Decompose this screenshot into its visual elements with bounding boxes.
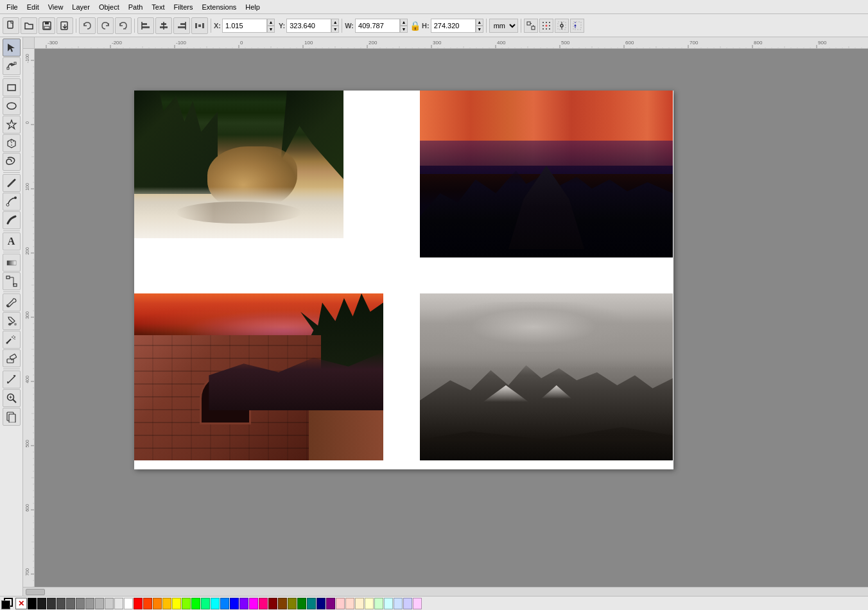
- align-left-button[interactable]: [137, 17, 154, 34]
- color-swatch[interactable]: [211, 598, 220, 609]
- h-down-arrow[interactable]: ▼: [476, 26, 483, 33]
- color-swatch[interactable]: [413, 598, 422, 609]
- no-color-swatch[interactable]: ✕: [15, 598, 27, 609]
- color-swatch[interactable]: [220, 598, 229, 609]
- horizontal-scrollbar[interactable]: [23, 587, 868, 596]
- color-swatch[interactable]: [374, 598, 383, 609]
- color-swatch[interactable]: [326, 598, 335, 609]
- measure-tool-button[interactable]: [3, 370, 21, 388]
- x-input[interactable]: [222, 19, 267, 33]
- menu-object[interactable]: Object: [95, 2, 123, 12]
- h-up-arrow[interactable]: ▲: [476, 19, 483, 26]
- pages-tool-button[interactable]: [3, 408, 21, 426]
- menu-layer[interactable]: Layer: [68, 2, 94, 12]
- color-swatch[interactable]: [66, 598, 75, 609]
- spray-tool-button[interactable]: [3, 331, 21, 349]
- color-swatch[interactable]: [37, 598, 46, 609]
- calligraphy-tool-button[interactable]: [3, 211, 21, 229]
- snap-guide-button[interactable]: [570, 19, 584, 33]
- color-swatch[interactable]: [384, 598, 393, 609]
- color-swatch[interactable]: [307, 598, 316, 609]
- color-swatch[interactable]: [56, 598, 65, 609]
- snap-nodes-button[interactable]: [555, 19, 569, 33]
- align-right-button[interactable]: [173, 17, 190, 34]
- undo-history-button[interactable]: ↓: [115, 17, 132, 34]
- w-input[interactable]: [355, 19, 400, 33]
- color-swatch[interactable]: [317, 598, 326, 609]
- open-button[interactable]: [21, 17, 37, 34]
- rect-tool-button[interactable]: [3, 78, 21, 96]
- snap-enable-button[interactable]: [524, 19, 538, 33]
- color-swatch[interactable]: [288, 598, 297, 609]
- align-center-button[interactable]: [155, 17, 172, 34]
- color-swatch[interactable]: [297, 598, 306, 609]
- lock-proportions-button[interactable]: 🔒: [409, 17, 421, 34]
- color-swatch[interactable]: [143, 598, 152, 609]
- color-swatch[interactable]: [85, 598, 94, 609]
- w-up-arrow[interactable]: ▲: [400, 19, 408, 26]
- menu-filters[interactable]: Filters: [170, 2, 197, 12]
- connector-tool-button[interactable]: [3, 272, 21, 290]
- star-tool-button[interactable]: [3, 116, 21, 134]
- color-swatch[interactable]: [268, 598, 277, 609]
- color-swatch[interactable]: [239, 598, 248, 609]
- paint-bucket-tool-button[interactable]: [3, 312, 21, 330]
- x-down-arrow[interactable]: ▼: [267, 26, 275, 33]
- ellipse-tool-button[interactable]: [3, 97, 21, 115]
- distribute-button[interactable]: [191, 17, 208, 34]
- eraser-tool-button[interactable]: [3, 349, 21, 367]
- menu-extensions[interactable]: Extensions: [198, 2, 240, 12]
- color-swatch[interactable]: [259, 598, 268, 609]
- select-tool-button[interactable]: [3, 39, 21, 57]
- y-up-arrow[interactable]: ▲: [331, 19, 339, 26]
- menu-text[interactable]: Text: [148, 2, 168, 12]
- color-swatch[interactable]: [95, 598, 104, 609]
- text-tool-button[interactable]: A: [3, 232, 21, 250]
- 3d-box-tool-button[interactable]: [3, 134, 21, 152]
- zoom-tool-button[interactable]: [3, 389, 21, 407]
- new-button[interactable]: [3, 17, 19, 34]
- y-down-arrow[interactable]: ▼: [331, 26, 339, 33]
- dropper-tool-button[interactable]: [3, 293, 21, 311]
- color-swatch[interactable]: [172, 598, 181, 609]
- snap-grid-button[interactable]: [539, 19, 553, 33]
- current-fill[interactable]: [1, 600, 10, 609]
- menu-path[interactable]: Path: [125, 2, 147, 12]
- menu-file[interactable]: File: [3, 2, 22, 12]
- current-color-indicator[interactable]: [1, 598, 13, 609]
- unit-select[interactable]: mm px in cm pt: [489, 19, 518, 33]
- menu-edit[interactable]: Edit: [23, 2, 43, 12]
- color-swatch[interactable]: [114, 598, 123, 609]
- color-swatch[interactable]: [47, 598, 56, 609]
- redo-button[interactable]: [97, 17, 114, 34]
- color-swatch[interactable]: [230, 598, 239, 609]
- color-swatch[interactable]: [345, 598, 354, 609]
- color-swatch[interactable]: [153, 598, 162, 609]
- color-swatch[interactable]: [249, 598, 258, 609]
- color-swatch[interactable]: [76, 598, 85, 609]
- color-swatch[interactable]: [355, 598, 364, 609]
- color-swatch[interactable]: [182, 598, 191, 609]
- menu-view[interactable]: View: [44, 2, 67, 12]
- color-swatch[interactable]: [403, 598, 412, 609]
- color-swatch[interactable]: [365, 598, 374, 609]
- color-swatch[interactable]: [278, 598, 287, 609]
- color-swatch[interactable]: [134, 598, 143, 609]
- color-swatch[interactable]: [394, 598, 403, 609]
- pencil-tool-button[interactable]: [3, 174, 21, 192]
- color-swatch[interactable]: [336, 598, 345, 609]
- color-swatch[interactable]: [124, 598, 133, 609]
- canvas-area[interactable]: [35, 49, 868, 587]
- gradient-tool-button[interactable]: [3, 254, 21, 272]
- x-up-arrow[interactable]: ▲: [267, 19, 275, 26]
- node-tool-button[interactable]: [3, 57, 21, 75]
- pen-tool-button[interactable]: [3, 193, 21, 211]
- h-input[interactable]: [431, 19, 476, 33]
- menu-help[interactable]: Help: [241, 2, 264, 12]
- color-swatch[interactable]: [191, 598, 200, 609]
- import-button[interactable]: [56, 17, 73, 34]
- undo-button[interactable]: [79, 17, 96, 34]
- w-down-arrow[interactable]: ▼: [400, 26, 408, 33]
- color-swatch[interactable]: [201, 598, 210, 609]
- save-button[interactable]: [39, 17, 55, 34]
